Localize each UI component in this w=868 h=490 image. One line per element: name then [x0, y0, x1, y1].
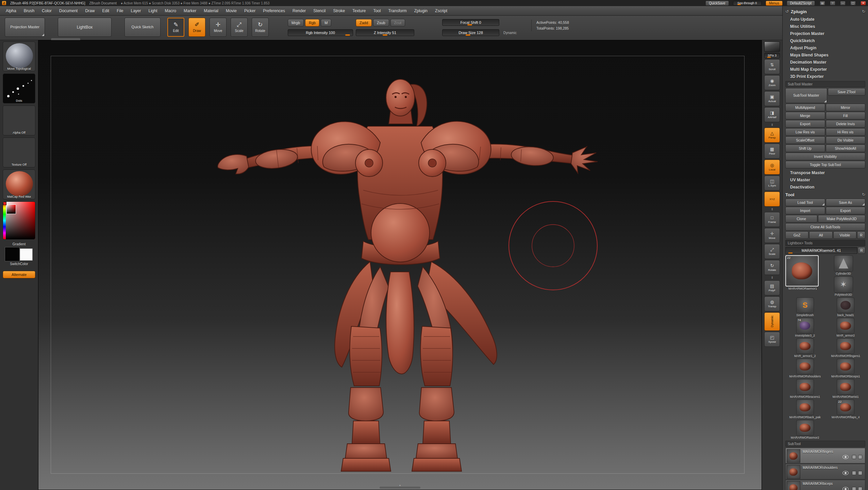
stm-show-hideall[interactable]: Show/HideAll	[826, 145, 866, 152]
zplugin-item-quicksketch[interactable]: QuickSketch	[785, 37, 865, 44]
tool-thumb-image[interactable]: 22	[837, 399, 854, 415]
default-zscript-button[interactable]: DefaultZScript	[787, 1, 815, 6]
shelf-polyf-button[interactable]: ▤PolyF	[764, 280, 780, 295]
main-color-swatch[interactable]	[5, 247, 20, 261]
polypaint-icon[interactable]	[852, 455, 856, 459]
shelf-aahalf-button[interactable]: ◨AAHalf	[764, 107, 780, 122]
tool-thumb-mar-armor1-2[interactable]: MAR_armor1_2	[785, 338, 825, 358]
menu-file[interactable]: File	[113, 9, 127, 13]
stm-fill[interactable]: Fill	[826, 112, 866, 119]
current-stroke-thumb[interactable]: Dots	[3, 74, 35, 103]
zplugin-item-multi-map-exporter[interactable]: Multi Map Exporter	[785, 66, 865, 73]
zplugin-palette-header[interactable]: ↺ Zplugin ↻	[785, 7, 865, 16]
shelf-scroll-button[interactable]: ⇅Scroll	[764, 59, 780, 74]
zplugin-item-misc-utilities[interactable]: Misc Utilities	[785, 23, 865, 30]
tool-thumb-image[interactable]	[837, 297, 854, 313]
uv-icon[interactable]	[858, 455, 862, 459]
color-picker-inner-square[interactable]	[6, 205, 16, 214]
mode-button-move[interactable]: ✛Move	[210, 18, 227, 37]
menu-stroke[interactable]: Stroke	[329, 9, 349, 13]
spix-handle[interactable]	[767, 57, 771, 58]
z-intensity-slider[interactable]: Z Intensity 51	[356, 29, 414, 36]
secondary-color-swatch[interactable]	[20, 248, 33, 261]
subtool-master-button[interactable]: SubTool Master	[785, 88, 827, 103]
shelf-local-button[interactable]: ◎Local	[764, 160, 780, 175]
document-canvas[interactable]: ▲	[38, 40, 762, 490]
mode-button-draw[interactable]: ✐Draw	[188, 18, 205, 37]
selected-tool-name[interactable]: MARARMORaemor1. 41	[785, 247, 857, 254]
tool-thumb-polymesh3d[interactable]: ✶PolyMesh3D	[821, 276, 865, 297]
shelf-persp-button[interactable]: △Persp	[764, 128, 780, 143]
tool-thumb-image[interactable]	[837, 359, 854, 374]
current-brush-thumb[interactable]: Move Topological	[3, 42, 35, 71]
tool-thumb-image[interactable]: ✶	[834, 276, 853, 293]
maximize-icon[interactable]: ▢	[850, 1, 856, 5]
lightbox-button[interactable]: LightBox	[58, 18, 112, 37]
tool-thumb-mararmorback-pak[interactable]: MARARMORback_pak	[785, 399, 825, 419]
tool-thumb-simplebrush[interactable]: SSimpleBrush	[785, 297, 825, 317]
stm-shift-up[interactable]: Shift Up	[785, 145, 825, 152]
stm-low-res-vis[interactable]: Low Res vis	[785, 128, 825, 136]
shelf-scale-button[interactable]: ⤢Scale	[764, 244, 780, 259]
tool-thumb-mar-armor2[interactable]: MAR_armor2	[826, 318, 866, 338]
subtool-item-mararmorfingers[interactable]: MARARMORfingers	[785, 448, 865, 463]
stm-hi-res-vis[interactable]: Hi Res vis	[826, 128, 866, 136]
shelf-l-sym-button[interactable]: ◫L.Sym	[764, 176, 780, 191]
menu-material[interactable]: Material	[200, 9, 222, 13]
menu-stencil[interactable]: Stencil	[310, 9, 329, 13]
history-icon[interactable]: ↻	[862, 9, 865, 14]
shelf-xpose-button[interactable]: ◰Xpose	[764, 332, 780, 347]
current-alpha-thumb[interactable]: Alpha Off	[3, 105, 35, 135]
zadd-button[interactable]: Zadd	[356, 19, 372, 27]
menu-brush[interactable]: Brush	[20, 9, 38, 13]
menu-color[interactable]: Color	[38, 9, 55, 13]
menus-button[interactable]: Menus	[766, 1, 783, 6]
menu-zplugin[interactable]: Zplugin	[411, 9, 431, 13]
shelf-actual-button[interactable]: ▣Actual	[764, 91, 780, 106]
menu-picker[interactable]: Picker	[240, 9, 259, 13]
draw-size-slider[interactable]: Draw Size 128	[442, 29, 499, 36]
zplugin-item-auto-update[interactable]: Auto Update	[785, 16, 865, 23]
tool-thumb-image[interactable]	[796, 379, 814, 395]
toggle-top-subtool-button[interactable]: Toggle Top SubTool	[785, 161, 865, 168]
tool-visible-button[interactable]: Visible	[833, 231, 856, 239]
tool-thumb-image[interactable]	[796, 399, 814, 415]
tool-thumb-image[interactable]	[837, 379, 854, 395]
spix-slider[interactable]: SPix 3	[764, 53, 780, 58]
color-picker[interactable]	[3, 201, 35, 240]
tool-palette-header[interactable]: Tool ↻	[785, 191, 865, 199]
help-icon[interactable]: ?	[830, 1, 835, 5]
tool-thumb-mararmorasmor2[interactable]: MARARMORasmor2	[785, 420, 825, 440]
visibility-eye-icon[interactable]	[842, 471, 849, 475]
shelf-xyz-button[interactable]: XYZ	[764, 192, 780, 207]
shelf-frame-button[interactable]: □Frame	[764, 212, 780, 227]
menu-transform[interactable]: Transform	[384, 9, 410, 13]
menu-macro[interactable]: Macro	[161, 9, 180, 13]
load-tool-button[interactable]: Load Tool	[785, 199, 825, 206]
window-menu-icon[interactable]: ▤	[820, 1, 825, 5]
zplugin-item-deactivation[interactable]: Deactivation	[785, 183, 865, 191]
stm-multiappend[interactable]: MultiAppend	[785, 104, 825, 111]
focal-shift-handle[interactable]	[467, 24, 472, 26]
tool-thumb-image[interactable]	[837, 338, 854, 354]
menu-marker[interactable]: Marker	[180, 9, 200, 13]
current-material-thumb[interactable]: MatCap Red Wax	[3, 169, 35, 199]
stm-scaleoffset[interactable]: ScaleOffset	[785, 136, 825, 144]
shelf-dynamic-button[interactable]: Dynamic	[764, 312, 780, 331]
reload-icon[interactable]: ↻	[862, 192, 865, 197]
clone-button[interactable]: Clone	[785, 215, 817, 223]
tool-thumb-image[interactable]	[796, 420, 814, 436]
rgb-intensity-handle[interactable]	[345, 34, 350, 36]
zplugin-item-projection-master[interactable]: Projection Master	[785, 30, 865, 37]
tool-thumb-image[interactable]: 74	[796, 318, 814, 333]
mode-button-edit[interactable]: ✎Edit	[167, 18, 184, 37]
menu-edit[interactable]: Edit	[98, 9, 113, 13]
zplugin-item-maya-blend-shapes[interactable]: Maya Blend Shapes	[785, 51, 865, 59]
tool-r-button[interactable]: R	[857, 231, 865, 239]
hue-strip[interactable]	[3, 202, 6, 239]
lightbox-tools-bar[interactable]: Lightbox> Tools	[785, 240, 865, 246]
subtool-master-header[interactable]: SubTool Master	[785, 81, 865, 87]
stm-do-visible[interactable]: Do Visible	[826, 136, 866, 144]
active-tool-cell[interactable]: 22 MARARMORaemor1	[785, 255, 820, 297]
export-button[interactable]: Export	[826, 207, 866, 214]
